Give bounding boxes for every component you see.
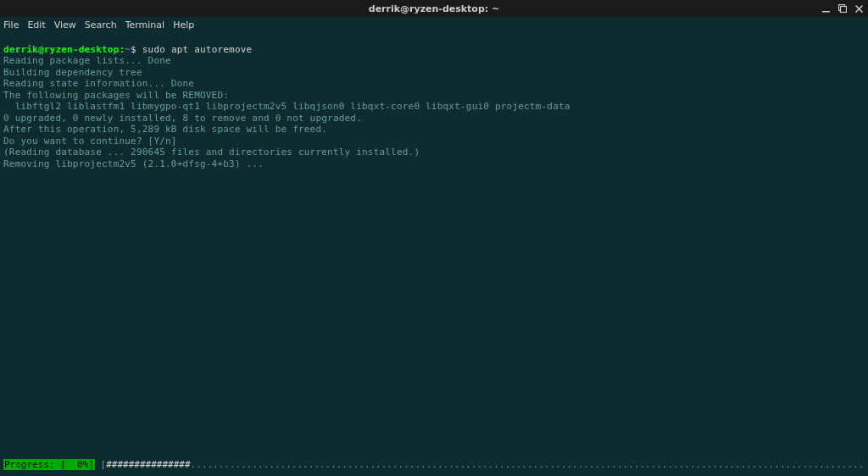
output-line: The following packages will be REMOVED: xyxy=(3,90,229,101)
output-line: After this operation, 5,289 kB disk spac… xyxy=(3,124,327,135)
window-titlebar: derrik@ryzen-desktop: ~ xyxy=(0,0,868,17)
progress-percent-label: Progress: [ 0%] xyxy=(3,459,95,470)
menu-edit[interactable]: Edit xyxy=(27,19,45,30)
svg-rect-2 xyxy=(841,7,847,13)
prompt-user-host: derrik@ryzen-desktop xyxy=(3,44,119,55)
menu-help[interactable]: Help xyxy=(173,19,194,30)
menu-view[interactable]: View xyxy=(54,19,76,30)
output-line: Reading package lists... Done xyxy=(3,55,171,66)
menu-terminal[interactable]: Terminal xyxy=(125,19,165,30)
output-line: Reading state information... Done xyxy=(3,78,194,89)
output-line: (Reading database ... 290645 files and d… xyxy=(3,147,420,158)
prompt-symbol: $ xyxy=(131,44,136,55)
progress-fill-chars: ############### xyxy=(106,459,190,470)
apt-progress-bar: Progress: [ 0%] [###############........… xyxy=(3,459,865,470)
maximize-icon[interactable] xyxy=(838,4,847,13)
output-line: libftgl2 liblastfm1 libmygpo-qt1 libproj… xyxy=(3,101,570,112)
menubar: File Edit View Search Terminal Help xyxy=(0,17,868,32)
window-title: derrik@ryzen-desktop: ~ xyxy=(369,3,499,14)
terminal-output[interactable]: derrik@ryzen-desktop:~$ sudo apt autorem… xyxy=(0,32,868,169)
menu-file[interactable]: File xyxy=(3,19,19,30)
window-controls xyxy=(822,0,863,17)
command-text: sudo apt autoremove xyxy=(142,44,253,55)
menu-search[interactable]: Search xyxy=(85,19,117,30)
svg-rect-0 xyxy=(822,11,830,13)
output-line: Removing libprojectm2v5 (2.1.0+dfsg-4+b3… xyxy=(3,158,264,169)
output-line: 0 upgraded, 0 newly installed, 8 to remo… xyxy=(3,113,362,124)
entered-command xyxy=(136,44,142,55)
close-icon[interactable] xyxy=(855,5,863,13)
output-line: Do you want to continue? [Y/n] xyxy=(3,136,177,147)
minimize-icon[interactable] xyxy=(822,5,830,13)
output-line: Building dependency tree xyxy=(3,67,142,78)
progress-empty-chars: ........................................… xyxy=(191,459,865,470)
